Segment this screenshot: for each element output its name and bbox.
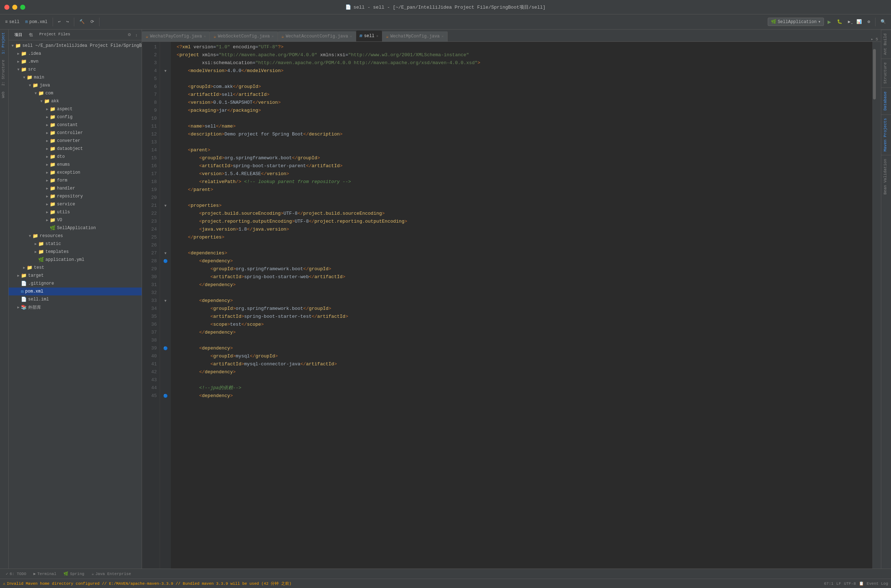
gutter-27[interactable]: ▼ <box>160 249 171 257</box>
editor-scrollbar[interactable] <box>872 42 877 568</box>
minimize-button[interactable] <box>12 4 17 10</box>
structure-panel[interactable]: Structure <box>881 58 891 87</box>
tree-item-config[interactable]: ▶ 📁 config <box>9 113 142 121</box>
tree-item-idea[interactable]: ▶ 📁 .idea <box>9 50 142 58</box>
tree-item-templates[interactable]: ▶ 📁 templates <box>9 248 142 256</box>
tree-item-converter[interactable]: ▶ 📁 converter <box>9 137 142 145</box>
tree-item-handler[interactable]: ▶ 📁 handler <box>9 184 142 192</box>
bean-validation-panel[interactable]: Bean Validation <box>881 155 891 198</box>
tab-sell-active[interactable]: m sell ✕ <box>356 31 382 41</box>
handler-arrow: ▶ <box>45 186 50 190</box>
tree-item-enums[interactable]: ▶ 📁 enums <box>9 161 142 169</box>
gutter-21[interactable]: ▼ <box>160 202 171 210</box>
tab-wechatpayconfig[interactable]: ☕ WechatPayConfig.java ✕ <box>142 32 210 41</box>
search-everywhere-button[interactable]: 🔍 <box>878 18 888 26</box>
tree-item-static[interactable]: ▶ 📁 static <box>9 240 142 248</box>
tab-packages[interactable]: 包 <box>26 32 36 38</box>
tree-item-target[interactable]: ▶ 📁 target <box>9 272 142 280</box>
more-run-options[interactable]: ⚙ <box>865 18 872 26</box>
status-warning[interactable]: ⚠ Invalid Maven home directory configure… <box>3 581 291 586</box>
code-line-34: <groupId>org.springframework.boot</group… <box>177 305 872 313</box>
tree-item-dataobject[interactable]: ▶ 📁 dataobject <box>9 145 142 153</box>
run-config-selector[interactable]: 🌿 SellApplication ▾ <box>768 18 824 26</box>
project-panel-tab[interactable]: 1: Project <box>0 30 8 57</box>
tree-item-com[interactable]: ▼ 📁 com <box>9 89 142 97</box>
code-editor[interactable]: <?xml version="1.0" encoding="UTF-8"?> <… <box>171 42 872 568</box>
web-panel-tab[interactable]: Web <box>0 88 8 101</box>
selliml-arrow: ▶ <box>16 297 21 302</box>
tab-websocketconfig[interactable]: ☕ WebSocketConfig.java ✕ <box>210 32 278 41</box>
tree-item-aspect[interactable]: ▶ 📁 aspect <box>9 105 142 113</box>
maximize-button[interactable] <box>20 4 25 10</box>
tree-item-gitignore[interactable]: ▶ 📄 .gitignore <box>9 280 142 288</box>
tab-wechataccountconfig[interactable]: ☕ WechatAccountConfig.java ✕ <box>278 32 356 41</box>
tree-item-applicationyml[interactable]: ▶ 🌿 application.yml <box>9 256 142 264</box>
tree-item-external-libs[interactable]: ▶ 📚 外部库 <box>9 303 142 311</box>
tree-item-repository[interactable]: ▶ 📁 repository <box>9 192 142 200</box>
panel-sort-button[interactable]: ↕ <box>134 32 139 38</box>
java-file-icon-3: ☕ <box>281 34 284 39</box>
enums-label: enums <box>57 162 70 167</box>
tab-project[interactable]: 项目 <box>12 32 25 38</box>
terminal-tab[interactable]: ▶ Terminal <box>31 571 59 577</box>
form-folder-icon: 📁 <box>50 178 56 183</box>
undo-button[interactable]: ↩ <box>56 18 63 26</box>
tree-item-controller[interactable]: ▶ 📁 controller <box>9 129 142 137</box>
main-arrow: ▼ <box>22 76 27 80</box>
tab-close-websocketconfig[interactable]: ✕ <box>272 34 274 39</box>
tab-close-sell[interactable]: ✕ <box>376 34 379 38</box>
tree-item-akk[interactable]: ▼ 📁 akk <box>9 97 142 105</box>
gutter-4[interactable]: ▼ <box>160 67 171 75</box>
tree-item-test[interactable]: ▶ 📁 test <box>9 264 142 272</box>
coverage-button[interactable]: ▶̱ <box>846 18 853 26</box>
debug-button[interactable]: 🐛 <box>835 18 844 26</box>
tree-item-pomxml[interactable]: ▶ m pom.xml <box>9 288 142 296</box>
window-controls[interactable] <box>5 4 25 10</box>
profile-button[interactable]: 📊 <box>854 18 864 26</box>
database-panel[interactable]: Database <box>881 87 891 114</box>
maven-projects-panel[interactable]: Maven Projects <box>881 114 891 155</box>
close-button[interactable] <box>5 4 9 10</box>
tree-item-service[interactable]: ▶ 📁 service <box>9 200 142 208</box>
pom-xml-label[interactable]: m pom.xml <box>23 18 50 26</box>
gutter-9 <box>160 106 171 115</box>
redo-button[interactable]: ↪ <box>64 18 71 26</box>
tree-item-mvn[interactable]: ▶ 📁 .mvn <box>9 58 142 66</box>
tree-item-vo[interactable]: ▶ 📁 VO <box>9 216 142 224</box>
structure-panel-tab[interactable]: 2: Structure <box>0 57 8 88</box>
tree-root[interactable]: ▼ 📁 sell ~/E_pan/IntelliJidea Project Fi… <box>9 42 142 50</box>
tree-item-resources[interactable]: ▼ 📁 resources <box>9 232 142 240</box>
file-tree[interactable]: ▼ 📁 sell ~/E_pan/IntelliJidea Project Fi… <box>9 40 142 568</box>
sync-button[interactable]: ⟳ <box>88 18 96 26</box>
ln-32: 32 <box>151 289 157 297</box>
gutter-33[interactable]: ▼ <box>160 297 171 305</box>
ant-build-panel[interactable]: Ant Build <box>881 30 891 58</box>
tree-item-form[interactable]: ▶ 📁 form <box>9 177 142 184</box>
project-selector[interactable]: ≡ sell <box>3 18 22 26</box>
tree-item-main[interactable]: ▼ 📁 main <box>9 74 142 81</box>
tab-close-wechatmpconfig[interactable]: ✕ <box>442 34 444 39</box>
tab-close-wechatpayconfig[interactable]: ✕ <box>204 34 206 39</box>
java-enterprise-icon: ☕ <box>92 572 94 576</box>
panel-gear-button[interactable]: ⚙ <box>126 32 133 38</box>
todo-tab[interactable]: ✓ 6: TODO <box>3 571 29 577</box>
build-button[interactable]: 🔨 <box>77 18 87 26</box>
run-button[interactable]: ▶ <box>825 17 833 27</box>
tree-item-src[interactable]: ▼ 📁 src <box>9 66 142 74</box>
spring-tab[interactable]: 🌿 Spring <box>60 571 87 577</box>
tab-wechatmpconfig[interactable]: ☕ WechatMpConfig.java ✕ <box>382 32 448 41</box>
tab-close-wechataccountconfig[interactable]: ✕ <box>350 34 352 39</box>
tab-project-files[interactable]: Project Files <box>36 32 73 38</box>
event-log-label[interactable]: Event Log <box>867 582 888 586</box>
tree-item-java[interactable]: ▼ 📁 java <box>9 81 142 89</box>
tree-item-utils[interactable]: ▶ 📁 utils <box>9 208 142 216</box>
tree-item-exception[interactable]: ▶ 📁 exception <box>9 169 142 177</box>
tree-item-sellapplication[interactable]: ▶ 🌿 SellApplication <box>9 224 142 232</box>
tree-item-selliml[interactable]: ▶ 📄 sell.iml <box>9 296 142 303</box>
scrollbar-thumb[interactable] <box>873 49 876 99</box>
gitignore-arrow: ▶ <box>16 281 21 286</box>
java-enterprise-tab[interactable]: ☕ Java Enterprise <box>89 571 134 577</box>
tree-item-constant[interactable]: ▶ 📁 constant <box>9 121 142 129</box>
gutter-45: 🔵 <box>160 392 171 400</box>
tree-item-dto[interactable]: ▶ 📁 dto <box>9 153 142 161</box>
